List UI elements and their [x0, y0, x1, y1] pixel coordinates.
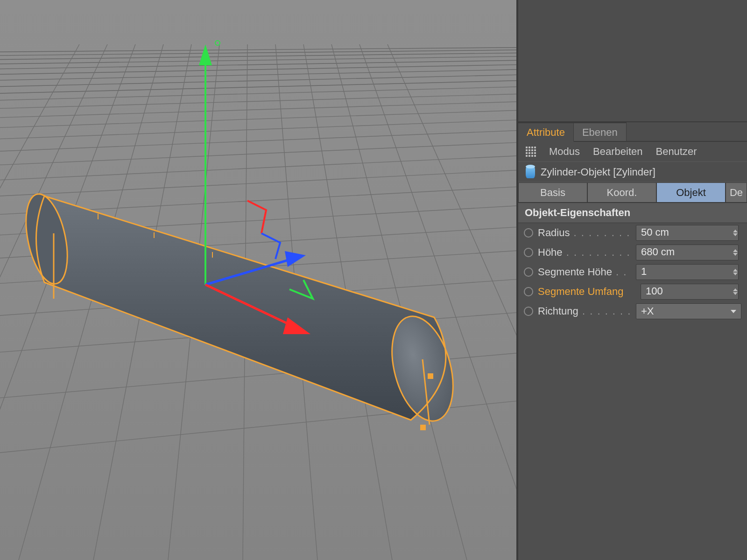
subtab-row: Basis Koord. Objekt De	[518, 182, 747, 203]
prop-row-radius: Radius 50 cm	[518, 223, 747, 243]
attributes-panel: Attribute Ebenen Modus Bearbeiten Benutz…	[516, 0, 747, 560]
prop-row-richtung: Richtung +X	[518, 301, 747, 321]
spinner-hoehe[interactable]	[733, 245, 741, 260]
cylinder-icon	[526, 166, 535, 178]
anim-dot-seg-umfang[interactable]	[524, 287, 533, 296]
spinner-radius[interactable]	[733, 225, 741, 241]
label-seg-hoehe: Segmente Höhe	[538, 266, 631, 278]
menu-bearbeiten[interactable]: Bearbeiten	[593, 146, 642, 158]
subtab-koord[interactable]: Koord.	[587, 182, 656, 203]
section-objekt-eigenschaften: Objekt-Eigenschaften	[518, 203, 747, 223]
prop-row-seg-umfang: Segmente Umfang 100	[518, 282, 747, 301]
dropdown-richtung[interactable]: +X	[636, 303, 741, 319]
input-hoehe[interactable]: 680 cm	[636, 245, 739, 260]
anim-dot-radius[interactable]	[524, 228, 533, 238]
chevron-down-icon	[731, 310, 736, 313]
spinner-seg-umfang[interactable]	[733, 284, 741, 300]
spinner-seg-hoehe[interactable]	[733, 264, 741, 280]
subtab-basis[interactable]: Basis	[518, 182, 587, 203]
anim-dot-richtung[interactable]	[524, 307, 533, 316]
attributes-menu-row: Modus Bearbeiten Benutzer	[518, 142, 747, 161]
prop-row-seg-hoehe: Segmente Höhe 1	[518, 262, 747, 282]
svg-rect-45	[420, 425, 426, 430]
label-richtung: Richtung	[538, 305, 631, 317]
panel-empty-area	[518, 0, 747, 122]
tab-ebenen[interactable]: Ebenen	[574, 122, 627, 141]
grid-pattern-icon[interactable]	[526, 147, 536, 157]
object-title: Zylinder-Objekt [Zylinder]	[541, 166, 655, 178]
tab-attribute[interactable]: Attribute	[518, 122, 574, 142]
menu-benutzer[interactable]: Benutzer	[655, 146, 697, 158]
viewport-canvas[interactable]	[0, 0, 516, 560]
label-radius: Radius	[538, 227, 631, 239]
dropdown-richtung-value: +X	[641, 305, 654, 317]
anim-dot-seg-hoehe[interactable]	[524, 267, 533, 277]
subtab-objekt[interactable]: Objekt	[656, 182, 726, 203]
menu-modus[interactable]: Modus	[549, 146, 580, 158]
subtab-truncated[interactable]: De	[726, 182, 747, 203]
input-seg-hoehe[interactable]: 1	[636, 264, 739, 280]
input-radius[interactable]: 50 cm	[636, 225, 739, 241]
object-header-row: Zylinder-Objekt [Zylinder]	[518, 161, 747, 182]
svg-rect-46	[428, 373, 433, 379]
label-seg-umfang: Segmente Umfang	[538, 286, 636, 298]
prop-row-hoehe: Höhe 680 cm	[518, 243, 747, 262]
anim-dot-hoehe[interactable]	[524, 248, 533, 257]
panel-tab-row: Attribute Ebenen	[518, 122, 747, 142]
viewport-3d[interactable]	[0, 0, 516, 560]
input-seg-umfang[interactable]: 100	[641, 284, 739, 300]
label-hoehe: Höhe	[538, 246, 631, 259]
